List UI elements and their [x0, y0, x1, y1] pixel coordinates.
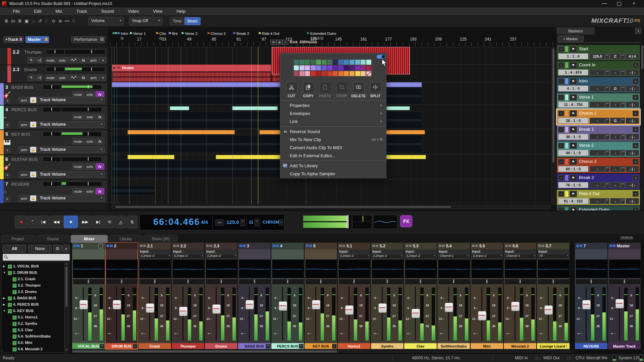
marker-key-field[interactable]: -: [610, 182, 621, 188]
tree-item-5-4-softhornstabs[interactable]: ×5.4. SoftHornStabs: [2, 334, 64, 340]
pan-handle[interactable]: [51, 132, 52, 135]
fader-handle[interactable]: [146, 303, 154, 313]
marker-delete-icon[interactable]: ×: [633, 127, 639, 132]
expand-button[interactable]: ›: [558, 127, 564, 132]
color-swatch[interactable]: [350, 71, 355, 76]
pan-slider[interactable]: [438, 279, 470, 285]
pan-handle[interactable]: [486, 280, 488, 283]
tree-item-2-1-crash[interactable]: ×2.1. Crash: [2, 276, 64, 283]
marker-color-swatch[interactable]: [565, 110, 569, 117]
pan-handle[interactable]: [51, 182, 52, 185]
undock-button[interactable]: Undock: [620, 235, 634, 240]
pan-handle[interactable]: [88, 280, 89, 283]
mixer-strip-5-5[interactable]: 5.5Input:(L)Input 1/▾0 -6 -12 -∞ -918273…: [471, 243, 503, 349]
strip-name-plate[interactable]: Mini: [471, 343, 503, 349]
tempo-stepper[interactable]: ▴▾: [605, 102, 609, 108]
marker-position-field[interactable]: 91 : 4 : 332: [558, 198, 588, 204]
pan-slider[interactable]: [43, 157, 61, 162]
tree-item-5-6-messiah-2[interactable]: ×5.6. Messiah 2: [2, 346, 64, 353]
expand-plus-button[interactable]: +: [5, 173, 10, 178]
scale-mode-value[interactable]: CHROM: [263, 220, 279, 225]
redo-icon[interactable]: ↻: [44, 17, 50, 24]
menu-item-envelopes[interactable]: Envelopes›: [280, 110, 386, 118]
mixer-strip-5-1[interactable]: 5.1Input:(L)Input 1/▾0 -6 -12 -∞ -918273…: [338, 243, 370, 349]
color-swatch[interactable]: [366, 60, 371, 65]
chevron-down-icon[interactable]: ▾: [100, 57, 106, 63]
scrollbar-thumb[interactable]: [552, 49, 554, 163]
eq-display[interactable]: [372, 259, 404, 278]
pan-handle[interactable]: [287, 280, 288, 283]
marker-flag-icon[interactable]: ⚑: [570, 78, 577, 84]
mixer-strip-2-2[interactable]: 2.2Input:(L)Input 1/▾0 -6 -12 -∞ -918273…: [172, 243, 204, 349]
volume-handle[interactable]: [88, 132, 89, 135]
audio-waveform-clip[interactable]: [112, 185, 155, 195]
drum-loop-clip[interactable]: ▶⟲Drums: [112, 64, 271, 82]
pan-handle[interactable]: [254, 280, 255, 283]
marker-tempo-field[interactable]: -: [590, 150, 605, 156]
marker-position-field[interactable]: 60 : 1 : 0: [558, 166, 588, 172]
marker-position-field[interactable]: 76 : 1 : 0: [558, 182, 588, 188]
expand-button[interactable]: ›: [558, 143, 564, 148]
chevron-down-icon[interactable]: ▾: [100, 74, 106, 81]
marker-timesig-field[interactable]: - | -: [626, 182, 639, 188]
split-button[interactable]: [370, 82, 381, 93]
eq-display[interactable]: [73, 259, 105, 278]
pan-slider[interactable]: [172, 279, 204, 285]
marker-tempo-field[interactable]: -: [590, 69, 605, 75]
snap-dropdown[interactable]: Snap Off▾: [129, 17, 162, 25]
horizontal-scrollbar[interactable]: [112, 205, 551, 209]
import-audio-icon[interactable]: 🗎: [17, 17, 23, 24]
track-automation-dropdown[interactable]: Track Volume▾: [37, 171, 105, 178]
pan-slider[interactable]: [305, 279, 337, 285]
zoom-out-icon[interactable]: ⊖: [50, 17, 57, 24]
color-swatch[interactable]: [361, 65, 366, 70]
fader-handle[interactable]: [312, 300, 320, 309]
key-stepper[interactable]: ▴▾: [621, 53, 625, 59]
eq-display[interactable]: [405, 259, 437, 278]
input-dropdown[interactable]: All▾: [538, 254, 569, 259]
color-swatch[interactable]: [344, 71, 349, 76]
eq-display[interactable]: [206, 259, 237, 278]
pan-handle[interactable]: [520, 280, 521, 283]
strip-name-plate[interactable]: DRUM BUS-: [105, 343, 138, 349]
detach-window-icon[interactable]: [98, 244, 103, 248]
expand-arrow-icon[interactable]: ▶: [3, 303, 5, 306]
marker-tempo-field[interactable]: -: [590, 85, 605, 92]
fader-handle[interactable]: [279, 301, 287, 311]
marker-color-swatch[interactable]: [565, 62, 569, 68]
mixer-strip-master[interactable]: Master0 -6 -12 -∞ -9182736Master Track: [608, 243, 641, 349]
strip-name-plate[interactable]: Horns1: [338, 343, 370, 349]
fader-handle[interactable]: [79, 300, 88, 309]
clip-hover-toolbar[interactable]: ⟲⊕⌕Kick_500House: [270, 40, 324, 45]
settings-icon[interactable]: ⚙: [70, 17, 77, 24]
fx-button[interactable]: fx: [96, 138, 104, 144]
strip-name-plate[interactable]: Messiah 2: [504, 343, 536, 349]
track-header-reverb[interactable]: 7REVERB⌂mutesolofxarm🔒Track Volume▾+: [0, 180, 107, 204]
checkbox-checked[interactable]: ×: [12, 347, 17, 352]
fader-handle[interactable]: [511, 302, 520, 311]
expand-badge[interactable]: +: [100, 344, 104, 349]
menu-item-add-to-library[interactable]: Add To Library: [280, 162, 386, 170]
pan-handle[interactable]: [453, 280, 454, 283]
marker-key-field[interactable]: -: [610, 102, 621, 108]
expand-plus-button[interactable]: +: [5, 98, 10, 103]
color-swatch[interactable]: [338, 71, 343, 76]
marker-key-field[interactable]: G: [610, 85, 621, 92]
tree-item-2-drum-bus[interactable]: ▼×2. DRUM BUS: [2, 270, 64, 276]
marker-row-verse-2[interactable]: ›⚑Verse 2×44 : 1 : 0-▴▾-▴▾- | -: [557, 141, 640, 157]
copy-button[interactable]: [303, 82, 314, 93]
mute-button[interactable]: mute: [72, 114, 84, 120]
volume-slider[interactable]: [61, 107, 102, 112]
marker-timesig-field[interactable]: - | -: [626, 118, 639, 124]
marker-position-field[interactable]: 44 : 1 : 0: [558, 150, 588, 156]
marker-row-ride-it-out[interactable]: ›⚑Ride it Out×91 : 4 : 332-▴▾-▴▾- | -: [557, 190, 640, 205]
clip-bar[interactable]: [386, 155, 426, 159]
input-dropdown[interactable]: (L)Input 1/▾: [206, 254, 237, 259]
checkbox-checked[interactable]: ×: [12, 322, 17, 326]
tree-item-4-percs-bus[interactable]: ▶×4. PERCS BUS: [2, 302, 64, 308]
pan-slider[interactable]: [272, 279, 304, 285]
checkbox-checked[interactable]: ×: [12, 315, 17, 320]
tree-item-5-3-clav[interactable]: ×5.3. Clav: [2, 327, 64, 334]
strip-name-plate[interactable]: Thumper: [172, 343, 204, 349]
color-swatch[interactable]: [338, 60, 343, 65]
